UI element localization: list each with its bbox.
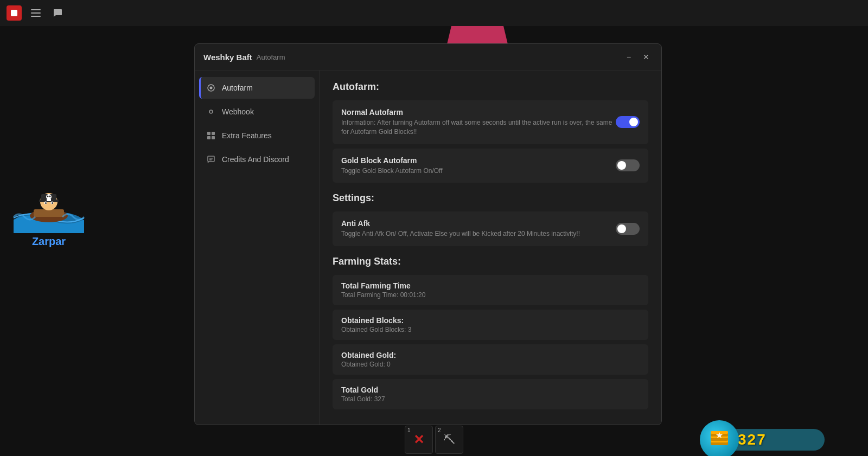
gold-amount: 327: [738, 431, 767, 448]
anti-afk-toggle-thumb: [617, 224, 626, 233]
hotbar-slot-2-icon: ⛏: [443, 433, 455, 447]
obtained-gold-title: Obtained Gold:: [341, 351, 640, 359]
svg-rect-20: [207, 132, 210, 135]
obtained-blocks-card: Obtained Blocks: Obtained Gold Blocks: 3: [333, 310, 648, 340]
window-body: Autofarm Webhook: [195, 70, 661, 425]
total-gold-card: Total Gold Total Gold: 327: [333, 379, 648, 409]
gold-block-autofarm-toggle-thumb: [617, 161, 626, 170]
window-title-group: Weshky Baft Autofarm: [203, 53, 285, 62]
anti-afk-toggle[interactable]: [616, 223, 640, 235]
webhook-icon: [206, 106, 216, 117]
close-button[interactable]: ✕: [640, 50, 653, 63]
svg-rect-3: [31, 16, 41, 17]
normal-autofarm-title: Normal Autofarm: [341, 108, 616, 117]
svg-point-13: [49, 196, 51, 197]
hotbar-slot-1[interactable]: 1 ✕: [405, 426, 433, 454]
autofarm-section-header: Autofarm:: [333, 81, 648, 93]
anti-afk-title: Anti Afk: [341, 219, 616, 228]
zarpar-text: Zarpar: [11, 235, 87, 248]
window-controls: − ✕: [622, 50, 653, 63]
window-titlebar: Weshky Baft Autofarm − ✕: [195, 44, 661, 70]
svg-rect-1: [31, 9, 41, 10]
gold-block-autofarm-card: Gold Block Autofarm Toggle Gold Block Au…: [333, 149, 648, 183]
sidebar-item-autofarm[interactable]: Autofarm: [199, 77, 315, 99]
sidebar: Autofarm Webhook: [195, 70, 320, 425]
sidebar-item-webhook[interactable]: Webhook: [199, 101, 315, 123]
hotbar-slot-1-num: 1: [407, 427, 411, 433]
anti-afk-card: Anti Afk Toggle Anti Afk On/ Off, Activa…: [333, 211, 648, 246]
menu-button[interactable]: [28, 5, 43, 21]
settings-section-header: Settings:: [333, 192, 648, 204]
gold-block-autofarm-title: Gold Block Autofarm: [341, 156, 616, 165]
normal-autofarm-toggle[interactable]: [616, 116, 640, 128]
hotbar-slot-2[interactable]: 2 ⛏: [435, 426, 463, 454]
gold-counter: 327: [705, 429, 825, 451]
chat-button[interactable]: [50, 5, 65, 21]
normal-autofarm-info: Normal Autofarm Information: After turni…: [341, 108, 616, 137]
autofarm-icon: [206, 82, 216, 93]
anti-afk-desc: Toggle Anti Afk On/ Off, Activate Else y…: [341, 229, 616, 239]
total-gold-value: Total Gold: 327: [341, 395, 640, 403]
svg-point-10: [46, 194, 52, 200]
window-title-sub: Autofarm: [257, 53, 285, 61]
zarpar-graphic: [11, 179, 87, 233]
gold-block-autofarm-toggle-track: [616, 159, 640, 171]
hotbar-slot-2-num: 2: [438, 427, 441, 433]
roblox-logo: [7, 5, 22, 21]
anti-afk-info: Anti Afk Toggle Anti Afk On/ Off, Activa…: [341, 219, 616, 239]
normal-autofarm-desc: Information: After turning Autofarm off …: [341, 118, 616, 137]
obtained-blocks-title: Obtained Blocks:: [341, 316, 640, 325]
svg-rect-11: [47, 199, 51, 201]
svg-point-17: [52, 202, 53, 204]
minimize-button[interactable]: −: [622, 50, 635, 63]
sidebar-label-credits-discord: Credits And Discord: [222, 155, 289, 164]
normal-autofarm-card: Normal Autofarm Information: After turni…: [333, 100, 648, 144]
svg-rect-21: [212, 132, 215, 135]
svg-rect-0: [11, 10, 17, 16]
window-title-main: Weshky Baft: [203, 53, 252, 62]
sidebar-item-extra-features[interactable]: Extra Features: [199, 125, 315, 146]
svg-rect-22: [207, 136, 210, 139]
gold-block-autofarm-desc: Toggle Gold Block Autofarm On/Off: [341, 166, 616, 176]
main-window: Weshky Baft Autofarm − ✕ Autofarm: [194, 43, 662, 425]
obtained-blocks-value: Obtained Gold Blocks: 3: [341, 326, 640, 333]
hotbar: 1 ✕ 2 ⛏: [405, 426, 463, 454]
credits-discord-icon: [206, 154, 216, 165]
total-farming-time-value: Total Farming Time: 00:01:20: [341, 291, 640, 299]
total-farming-time-card: Total Farming Time Total Farming Time: 0…: [333, 275, 648, 305]
sidebar-label-extra-features: Extra Features: [222, 131, 272, 140]
sidebar-item-credits-discord[interactable]: Credits And Discord: [199, 149, 315, 170]
normal-autofarm-toggle-track: [616, 116, 640, 128]
anti-afk-toggle-track: [616, 223, 640, 235]
sidebar-label-autofarm: Autofarm: [222, 84, 253, 92]
svg-point-19: [210, 87, 213, 89]
svg-rect-23: [212, 136, 215, 139]
svg-rect-2: [31, 12, 41, 14]
svg-point-12: [47, 196, 49, 197]
total-gold-title: Total Gold: [341, 386, 640, 394]
obtained-gold-card: Obtained Gold: Obtained Gold: 0: [333, 344, 648, 375]
total-farming-time-title: Total Farming Time: [341, 281, 640, 290]
gold-icon: [700, 420, 739, 456]
extra-features-icon: [206, 130, 216, 141]
svg-point-16: [45, 202, 47, 204]
top-bar: [0, 0, 868, 26]
svg-rect-6: [34, 209, 64, 217]
gold-block-autofarm-toggle[interactable]: [616, 159, 640, 171]
gold-block-autofarm-info: Gold Block Autofarm Toggle Gold Block Au…: [341, 156, 616, 176]
obtained-gold-value: Obtained Gold: 0: [341, 361, 640, 368]
sidebar-label-webhook: Webhook: [222, 107, 254, 116]
content-area: Autofarm: Normal Autofarm Information: A…: [320, 70, 661, 425]
hotbar-slot-1-icon: ✕: [413, 432, 424, 447]
farming-stats-header: Farming Stats:: [333, 256, 648, 267]
normal-autofarm-toggle-thumb: [629, 118, 638, 126]
zarpar-logo-container: Zarpar: [11, 179, 87, 248]
